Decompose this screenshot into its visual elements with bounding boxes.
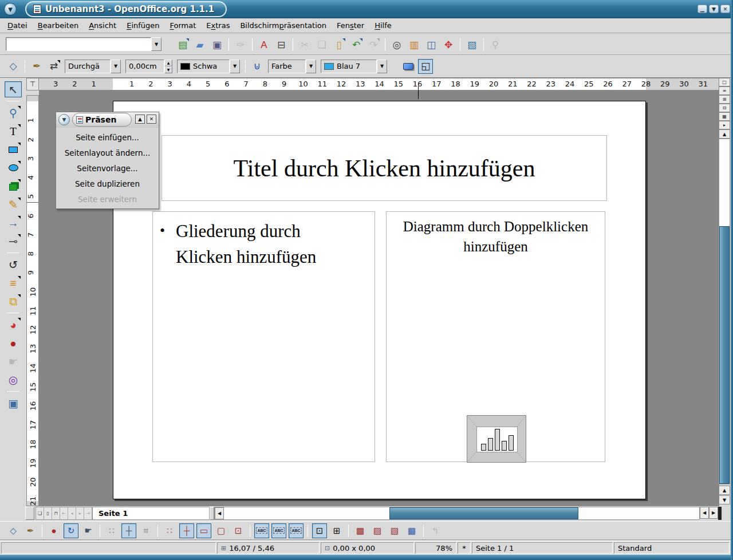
- first-page-button[interactable]: ⇤: [60, 507, 68, 519]
- navigator-button[interactable]: ◎: [389, 37, 404, 52]
- edit-points-button[interactable]: ◇: [6, 59, 21, 74]
- horizontal-scrollbar-track[interactable]: ◀: [214, 507, 700, 520]
- title-placeholder-frame[interactable]: Titel durch Klicken hinzufügen: [161, 135, 607, 201]
- url-dropdown-button[interactable]: ▼: [151, 37, 161, 51]
- save-document-button[interactable]: ▣: [210, 37, 224, 52]
- paste-button[interactable]: ▯: [332, 37, 346, 52]
- window-menu-button[interactable]: ▼: [4, 3, 17, 15]
- redo-button[interactable]: ↷: [366, 37, 381, 52]
- text-placeholder-button[interactable]: ▧: [387, 523, 402, 538]
- drawing-view-button[interactable]: □: [719, 78, 730, 86]
- print-file-button[interactable]: ⊟: [274, 37, 289, 52]
- scroll-down-button[interactable]: ▼: [719, 495, 730, 504]
- alignment-tool-button[interactable]: ≡: [5, 275, 22, 291]
- horizontal-scrollbar-thumb[interactable]: [389, 507, 578, 519]
- slide-page[interactable]: Titel durch Klicken hinzufügen •Gliederu…: [113, 101, 646, 499]
- text-tool-button[interactable]: T: [5, 123, 22, 139]
- title-pill[interactable]: Unbenannt3 - OpenOffice.org 1.1.1: [25, 1, 227, 17]
- scroll-up-button[interactable]: ▲: [719, 129, 730, 139]
- vertical-scrollbar-track[interactable]: [719, 139, 730, 484]
- last-page-button[interactable]: ⇥: [84, 507, 92, 519]
- scroll-left-button[interactable]: ◀: [215, 507, 224, 519]
- snap-to-object-points-button[interactable]: ⊡: [231, 523, 246, 538]
- status-page-field[interactable]: Seite 1 / 1: [472, 542, 613, 554]
- line-style-pen-button[interactable]: ✒: [29, 59, 44, 74]
- ellipse-tool-button[interactable]: [5, 160, 22, 176]
- vertical-scrollbar-thumb[interactable]: [719, 226, 730, 484]
- line-style-combo-value[interactable]: Durchgä: [65, 60, 111, 73]
- menu-bildschirmprsentation[interactable]: Bildschirmpräsentation: [235, 19, 332, 32]
- palette-title-bar[interactable]: ▼ Präsen ▲ ✕: [56, 112, 159, 128]
- snap-to-margins-button[interactable]: ▭: [196, 523, 211, 538]
- ruler-corner-box[interactable]: ⊤: [26, 78, 39, 90]
- chart-placeholder-frame[interactable]: Diagramm durch Doppelklicken hinzufügen: [386, 211, 605, 462]
- slides-view-button[interactable]: ⊞: [719, 95, 730, 104]
- fill-type-combo-value[interactable]: Farbe: [268, 60, 306, 73]
- line-color-combo-dropdown-button[interactable]: ▼: [230, 60, 240, 73]
- select-button[interactable]: ↖: [5, 81, 22, 97]
- contour-mode-button[interactable]: ▨: [370, 523, 385, 538]
- picture-placeholder-button[interactable]: ▩: [353, 523, 368, 538]
- start-presentation-tool-button[interactable]: ▣: [5, 395, 22, 411]
- new-document-button[interactable]: ▤: [175, 37, 190, 52]
- outline-view-button[interactable]: ≡: [719, 86, 730, 95]
- undo-button[interactable]: ↶: [349, 37, 364, 52]
- select-text-area-button[interactable]: ABC: [271, 523, 286, 538]
- status-position-field[interactable]: ⊞ 16,07 / 5,46: [217, 542, 320, 554]
- guides-when-moving-button[interactable]: ⌗: [139, 523, 153, 538]
- layer-mode-button[interactable]: ⊓: [52, 507, 60, 519]
- edit-file-button[interactable]: ✑: [233, 37, 248, 52]
- zoom-tool-button[interactable]: ⚲: [5, 105, 22, 121]
- edit-points-opt-button[interactable]: ◇: [6, 523, 21, 538]
- 3d-object-tool-button[interactable]: [5, 178, 22, 194]
- line-width-field-value[interactable]: 0,00cm: [125, 60, 164, 73]
- export-pdf-button[interactable]: A: [257, 37, 271, 52]
- next-page-button[interactable]: ▸: [76, 507, 84, 519]
- arrow-ends-button[interactable]: ⇄: [46, 59, 61, 74]
- show-grid-button[interactable]: ∷: [104, 523, 119, 538]
- menu-bearbeiten[interactable]: Bearbeiten: [33, 19, 84, 32]
- fill-color-combo-dropdown-button[interactable]: ▼: [377, 60, 387, 73]
- page-mode-button[interactable]: ❏: [36, 507, 44, 519]
- menu-datei[interactable]: Datei: [2, 19, 33, 32]
- rectangle-tool-button[interactable]: [5, 141, 22, 157]
- 3d-controller-button[interactable]: ◎: [5, 372, 22, 388]
- start-presentation-small-button[interactable]: ▸: [719, 121, 730, 129]
- area-fill-button[interactable]: ⊍: [250, 59, 265, 74]
- menu-extras[interactable]: Extras: [201, 19, 235, 32]
- line-width-field-spin-down-button[interactable]: ▼: [164, 66, 172, 73]
- cut-button[interactable]: ✂: [297, 37, 312, 52]
- vertical-ruler[interactable]: 123456789101112131415161718192021: [26, 95, 39, 506]
- outline-placeholder-frame[interactable]: •Gliederung durch Klicken hinzufügen: [152, 211, 375, 462]
- simple-handles-button[interactable]: ⊡: [312, 523, 327, 538]
- curve-tool-button[interactable]: ✎: [5, 196, 22, 212]
- menu-hilfe[interactable]: Hilfe: [369, 19, 397, 32]
- close-button[interactable]: ✕: [720, 5, 730, 13]
- fill-type-combo-dropdown-button[interactable]: ▼: [306, 60, 316, 73]
- chart-placeholder-icon[interactable]: [467, 415, 526, 463]
- handout-view-button[interactable]: ▦: [719, 112, 730, 121]
- previous-page-button[interactable]: ◂: [68, 507, 76, 519]
- open-document-button[interactable]: ▰: [192, 37, 207, 52]
- stylist-button[interactable]: ▥: [407, 37, 421, 52]
- menu-format[interactable]: Format: [165, 19, 202, 32]
- search-button[interactable]: ⚲: [488, 37, 503, 52]
- minimize-button[interactable]: ▁: [697, 5, 707, 13]
- maximize-button[interactable]: ▼: [709, 5, 719, 13]
- notes-view-button[interactable]: ⊟: [719, 104, 730, 112]
- double-click-edit-text-button[interactable]: ABC: [289, 523, 304, 538]
- effects-tool-button[interactable]: ●: [5, 335, 22, 351]
- gallery-button[interactable]: ◫: [424, 37, 439, 52]
- connector-tool-button[interactable]: ⊸: [5, 233, 22, 249]
- tab-splitter-handle[interactable]: [210, 507, 214, 520]
- horizontal-ruler[interactable]: 3211234567891011121314151617181920212223…: [39, 78, 719, 90]
- snap-to-grid-button[interactable]: ∷: [162, 523, 177, 538]
- show-guides-button[interactable]: ┼: [121, 523, 136, 538]
- insert-object-button[interactable]: ◕: [5, 317, 22, 333]
- copy-button[interactable]: ❏: [314, 37, 329, 52]
- line-color-combo-value[interactable]: Schwa: [177, 60, 230, 73]
- master-mode-button[interactable]: ▯: [44, 507, 52, 519]
- rotate-tool-button[interactable]: ↺: [5, 257, 22, 273]
- scroll-up-button-2[interactable]: ▲: [719, 486, 730, 495]
- interaction-tool-button[interactable]: ☛: [5, 353, 22, 369]
